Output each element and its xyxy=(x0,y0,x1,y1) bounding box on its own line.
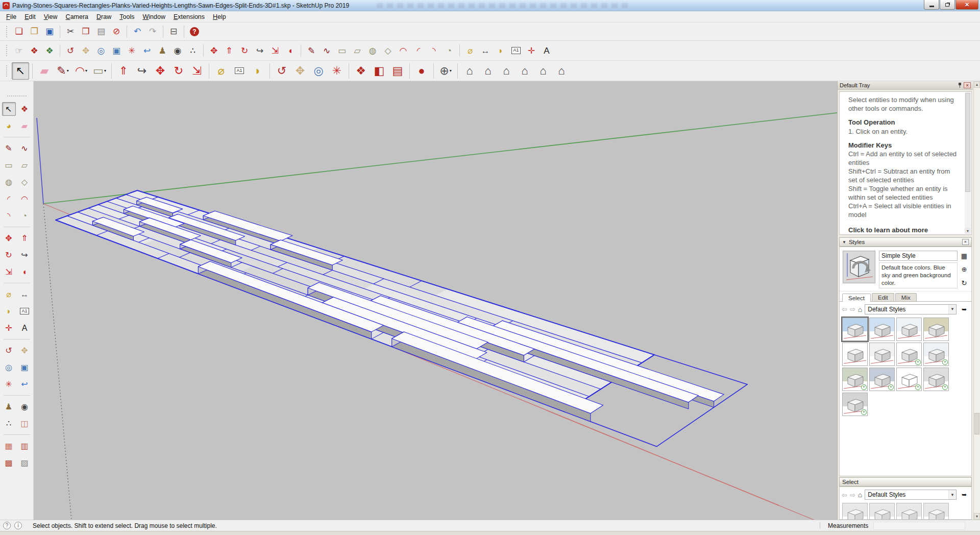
component-attributes-tool-button[interactable]: ❖ xyxy=(352,62,370,80)
walk-tool-button[interactable]: ∴ xyxy=(2,417,16,430)
component-exchange-tool-button[interactable]: ◧ xyxy=(371,62,388,80)
toolbar-grip[interactable] xyxy=(6,45,7,56)
menu-file[interactable]: File xyxy=(2,12,20,21)
zoom-window-tool-button[interactable]: ▣ xyxy=(109,43,124,58)
freehand-tool-button[interactable]: ∿ xyxy=(320,43,334,58)
axes-tool-button[interactable]: ✛ xyxy=(2,321,16,335)
chevron-down-icon[interactable]: ▼ xyxy=(948,305,956,314)
undo-tool-button[interactable]: ↶ xyxy=(130,25,144,39)
offset-tool-button[interactable]: ◖ xyxy=(18,265,32,279)
minimize-button[interactable] xyxy=(924,0,939,10)
tab-mix[interactable]: Mix xyxy=(895,293,917,301)
polygon-tool-button[interactable]: ◇ xyxy=(381,43,395,58)
move-tool-button[interactable]: ✥ xyxy=(207,43,221,58)
style-preview-thumbnail[interactable] xyxy=(843,251,875,283)
select-panel-header[interactable]: Select xyxy=(839,477,972,487)
tray-close-button[interactable]: ✕ xyxy=(964,82,971,88)
menu-tools[interactable]: Tools xyxy=(115,12,138,21)
dropdown-caret-icon[interactable]: ▾ xyxy=(450,69,452,73)
view-front-tool-button[interactable]: ⌂ xyxy=(498,62,515,80)
style-thumbnail[interactable] xyxy=(869,318,895,341)
follow-me-tool-button[interactable]: ↪ xyxy=(18,248,32,262)
line-tool-button[interactable]: ✎▾ xyxy=(54,62,71,80)
two-point-arc-tool-button[interactable]: ◠ xyxy=(18,192,32,206)
style-thumbnail[interactable] xyxy=(842,343,868,366)
protractor-tool-button[interactable]: ◗ xyxy=(249,62,266,80)
chevron-down-icon[interactable]: ▼ xyxy=(948,490,956,499)
title-bar[interactable]: ◠ Paving-Stones-Squares-Rectangles-Plank… xyxy=(0,0,980,11)
share-model-tool-button[interactable]: ● xyxy=(413,62,430,80)
push-pull-tool-button[interactable]: ⇑ xyxy=(222,43,236,58)
cut-tool-button[interactable]: ✂ xyxy=(63,25,78,39)
paste-tool-button[interactable]: ▤ xyxy=(94,25,108,39)
create-style-button[interactable]: ⊕ xyxy=(960,265,969,274)
model-canvas[interactable] xyxy=(34,81,837,520)
display-section-cuts-tool-button[interactable]: ▥ xyxy=(18,439,32,453)
axes-tool-button[interactable]: ✛ xyxy=(524,43,538,58)
text-tool-button[interactable]: A1 xyxy=(18,304,32,318)
pan-tool-button[interactable]: ✥ xyxy=(18,344,32,357)
position-camera-tool-button[interactable]: ♟ xyxy=(155,43,169,58)
style-thumbnail[interactable]: + xyxy=(923,368,949,391)
style-thumbnail[interactable] xyxy=(923,318,949,341)
rotate-tool-button[interactable]: ↻ xyxy=(170,62,187,80)
tape-measure-tool-button[interactable]: ⌀ xyxy=(2,287,16,301)
move-tool-button[interactable]: ✥ xyxy=(2,231,16,245)
component-reports-tool-button[interactable]: ▤ xyxy=(389,62,406,80)
orbit-tool-button[interactable]: ↺ xyxy=(273,62,290,80)
text-tool-button[interactable]: A1 xyxy=(231,62,248,80)
tray-scroll-up-icon[interactable]: ▲ xyxy=(974,81,980,88)
dropdown-caret-icon[interactable]: ▾ xyxy=(67,69,69,73)
forward-arrow-icon[interactable]: ⇨ xyxy=(850,305,855,313)
view-left-tool-button[interactable]: ⌂ xyxy=(553,62,570,80)
model-info-tool-button[interactable]: ? xyxy=(187,25,202,39)
dimension-tool-button[interactable]: ↔ xyxy=(18,287,32,301)
display-section-planes-tool-button[interactable]: ▦ xyxy=(2,439,16,453)
protractor-tool-button[interactable]: ◗ xyxy=(494,43,508,58)
previous-tool-button[interactable]: ↩ xyxy=(18,377,32,391)
style-thumbnail[interactable] xyxy=(923,503,949,520)
styles-close-button[interactable]: ✕ xyxy=(962,239,969,245)
details-arrow-button[interactable]: ➥ xyxy=(959,304,969,314)
update-style-button[interactable]: ↻ xyxy=(960,279,969,288)
tray-scroll-thumb[interactable] xyxy=(974,413,979,434)
push-pull-tool-button[interactable]: ⇑ xyxy=(18,231,32,245)
info-icon[interactable]: i xyxy=(14,522,22,529)
style-thumbnail[interactable] xyxy=(896,318,922,341)
save-tool-button[interactable]: ▣ xyxy=(42,25,57,39)
pan-tool-button[interactable]: ✥ xyxy=(79,43,93,58)
bottom-collection-dropdown[interactable]: Default Styles ▼ xyxy=(865,490,957,500)
three-point-arc-tool-button[interactable]: ◝ xyxy=(2,209,16,223)
open-tool-button[interactable]: ❐ xyxy=(27,25,41,39)
rotate-tool-button[interactable]: ↻ xyxy=(237,43,252,58)
look-around-tool-button[interactable]: ◉ xyxy=(170,43,185,58)
arc-tool-button[interactable]: ◜ xyxy=(411,43,426,58)
menu-window[interactable]: Window xyxy=(138,12,169,21)
in-model-home-icon[interactable]: ⌂ xyxy=(858,305,862,313)
collapse-triangle-icon[interactable]: ▼ xyxy=(842,240,846,245)
scale-tool-button[interactable]: ⇲ xyxy=(268,43,282,58)
scale-tool-button[interactable]: ⇲ xyxy=(188,62,206,80)
close-button[interactable]: ✕ xyxy=(955,0,978,10)
rectangle-tool-button[interactable]: ▭▾ xyxy=(91,62,108,80)
move-tool-button[interactable]: ✥ xyxy=(152,62,169,80)
component-options-tool-button[interactable]: ❖ xyxy=(42,43,57,58)
select-hand-tool-button[interactable]: ☞ xyxy=(12,43,26,58)
pie-tool-button[interactable]: ◔ xyxy=(442,43,456,58)
in-model-home-icon[interactable]: ⌂ xyxy=(858,491,862,499)
three-d-text-tool-button[interactable]: A xyxy=(540,43,554,58)
menu-edit[interactable]: Edit xyxy=(20,12,40,21)
styles-collection-dropdown[interactable]: Default Styles ▼ xyxy=(865,304,957,314)
style-thumbnail[interactable] xyxy=(869,343,895,366)
rotated-rectangle-tool-button[interactable]: ▱ xyxy=(350,43,364,58)
make-component-tool-button[interactable]: ❖ xyxy=(18,102,32,116)
dropdown-caret-icon[interactable]: ▾ xyxy=(104,69,106,73)
protractor-tool-button[interactable]: ◗ xyxy=(2,304,16,318)
view-top-tool-button[interactable]: ⌂ xyxy=(479,62,497,80)
three-d-text-tool-button[interactable]: A xyxy=(18,321,32,335)
print-tool-button[interactable]: ⊟ xyxy=(166,25,181,39)
follow-me-tool-button[interactable]: ↪ xyxy=(133,62,151,80)
line-tool-button[interactable]: ✎ xyxy=(304,43,318,58)
3d-viewport[interactable] xyxy=(34,81,837,520)
select-tool-button[interactable]: ↖ xyxy=(2,102,16,116)
